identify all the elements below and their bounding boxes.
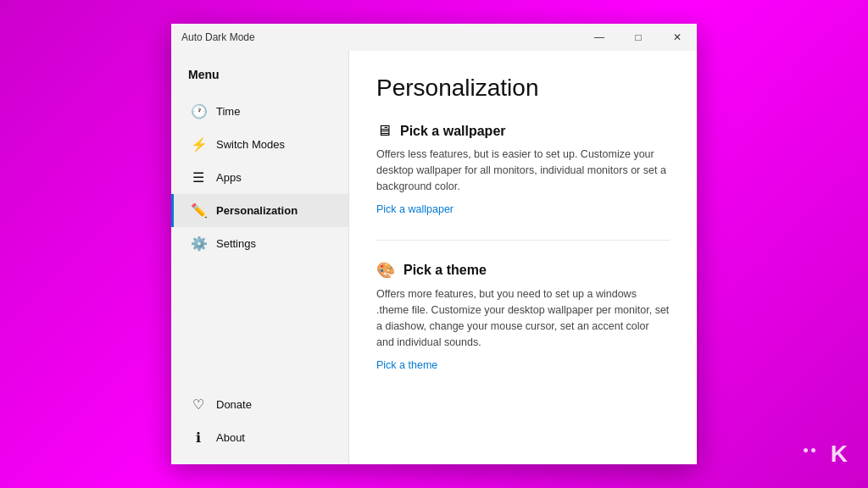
sidebar-spacer <box>171 260 348 388</box>
theme-section: 🎨 Pick a theme Offers more features, but… <box>376 261 670 372</box>
sidebar-item-donate[interactable]: ♡ Donate <box>171 388 348 421</box>
sidebar-item-settings[interactable]: ⚙️ Settings <box>171 227 348 260</box>
sidebar: Menu 🕐 Time ⚡ Switch Modes ☰ Apps ✏️ Per… <box>171 51 349 464</box>
wallpaper-icon: 🖥 <box>376 122 392 140</box>
sidebar-item-apps[interactable]: ☰ Apps <box>171 161 348 194</box>
sidebar-item-personalization[interactable]: ✏️ Personalization <box>171 194 348 227</box>
sidebar-bottom: ♡ Donate ℹ About <box>171 388 348 464</box>
maximize-button[interactable]: □ <box>619 24 658 51</box>
wallpaper-section-header: 🖥 Pick a wallpaper <box>376 122 670 140</box>
sidebar-item-donate-label: Donate <box>216 398 252 411</box>
section-divider <box>376 240 670 241</box>
sidebar-item-personalization-label: Personalization <box>216 204 298 217</box>
wallpaper-section-desc: Offers less features, but is easier to s… <box>376 147 670 194</box>
personalization-icon: ✏️ <box>191 202 206 219</box>
sidebar-item-switch-modes-label: Switch Modes <box>216 138 285 151</box>
minimize-button[interactable]: — <box>580 24 619 51</box>
sidebar-item-about[interactable]: ℹ About <box>171 421 348 454</box>
donate-icon: ♡ <box>191 396 206 413</box>
window-title: Auto Dark Mode <box>181 31 255 43</box>
theme-link[interactable]: Pick a theme <box>376 359 437 371</box>
wallpaper-link[interactable]: Pick a wallpaper <box>376 203 453 215</box>
time-icon: 🕐 <box>191 103 206 119</box>
watermark-k: K <box>831 441 848 468</box>
sidebar-item-apps-label: Apps <box>216 171 242 184</box>
title-bar: Auto Dark Mode — □ ✕ <box>171 24 697 51</box>
theme-section-desc: Offers more features, but you need to se… <box>376 286 670 350</box>
app-window: Auto Dark Mode — □ ✕ Menu 🕐 Time ⚡ Switc… <box>171 24 697 464</box>
about-icon: ℹ <box>191 430 206 446</box>
sidebar-item-time[interactable]: 🕐 Time <box>171 95 348 128</box>
wallpaper-section-title: Pick a wallpaper <box>400 124 506 139</box>
sidebar-item-switch-modes[interactable]: ⚡ Switch Modes <box>171 128 348 161</box>
title-bar-controls: — □ ✕ <box>580 24 697 51</box>
sidebar-heading: Menu <box>171 58 348 95</box>
theme-icon: 🎨 <box>376 261 395 280</box>
sidebar-item-time-label: Time <box>216 105 240 118</box>
close-button[interactable]: ✕ <box>658 24 697 51</box>
page-title: Personalization <box>376 75 670 102</box>
theme-section-header: 🎨 Pick a theme <box>376 261 670 280</box>
apps-icon: ☰ <box>191 169 206 186</box>
content-area: Personalization 🖥 Pick a wallpaper Offer… <box>349 51 697 464</box>
switch-modes-icon: ⚡ <box>191 136 206 152</box>
window-body: Menu 🕐 Time ⚡ Switch Modes ☰ Apps ✏️ Per… <box>171 51 697 464</box>
sidebar-item-about-label: About <box>216 431 245 444</box>
wallpaper-section: 🖥 Pick a wallpaper Offers less features,… <box>376 122 670 216</box>
theme-section-title: Pick a theme <box>403 263 487 278</box>
sidebar-item-settings-label: Settings <box>216 237 256 250</box>
settings-icon: ⚙️ <box>191 236 206 252</box>
watermark-dots <box>804 448 815 452</box>
